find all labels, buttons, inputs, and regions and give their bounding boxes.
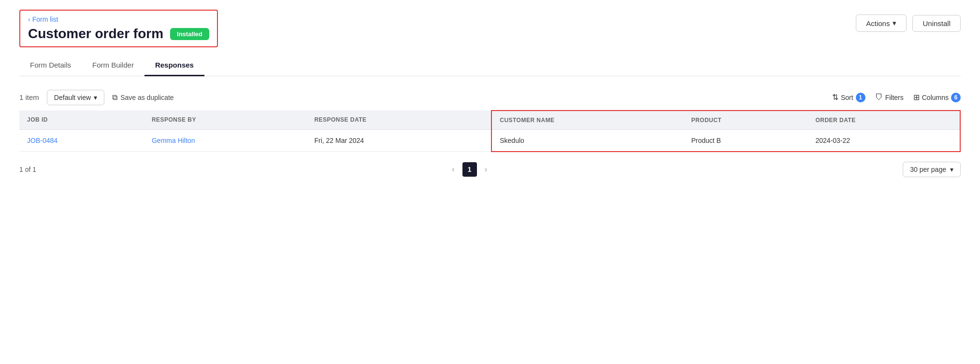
save-duplicate-label: Save as duplicate bbox=[120, 94, 174, 101]
back-link[interactable]: ‹ Form list bbox=[28, 15, 209, 23]
columns-icon: ⊞ bbox=[913, 93, 920, 102]
page-controls: ‹ 1 › bbox=[448, 162, 491, 177]
filters-button[interactable]: ⛉ Filters bbox=[875, 93, 904, 102]
actions-label: Actions bbox=[866, 19, 890, 28]
tab-bar: Form Details Form Builder Responses bbox=[19, 55, 961, 76]
uninstall-label: Uninstall bbox=[922, 19, 951, 28]
back-link-label: Form list bbox=[32, 15, 58, 23]
form-title-row: Customer order form Installed bbox=[28, 26, 209, 42]
cell-response-date: Fri, 22 Mar 2024 bbox=[306, 129, 491, 152]
toolbar-right: ⇅ Sort 1 ⛉ Filters ⊞ Columns 6 bbox=[832, 93, 961, 102]
actions-button[interactable]: Actions ▾ bbox=[856, 14, 907, 32]
columns-count-badge: 6 bbox=[951, 93, 961, 102]
toolbar: 1 item Default view ▾ ⧉ Save as duplicat… bbox=[19, 90, 961, 105]
responses-table: JOB ID RESPONSE BY RESPONSE DATE CUSTOME… bbox=[19, 110, 961, 152]
sort-count-badge: 1 bbox=[856, 93, 865, 102]
copy-icon: ⧉ bbox=[112, 93, 117, 102]
per-page-label: 30 per page bbox=[910, 166, 946, 173]
col-header-customer-name: CUSTOMER NAME bbox=[491, 111, 683, 130]
view-label: Default view bbox=[54, 94, 91, 101]
columns-button[interactable]: ⊞ Columns 6 bbox=[913, 93, 961, 102]
next-page-button[interactable]: › bbox=[481, 163, 491, 176]
chevron-left-icon: ‹ bbox=[28, 15, 30, 23]
cell-order-date: 2024-03-22 bbox=[807, 129, 960, 152]
table-header-row: JOB ID RESPONSE BY RESPONSE DATE CUSTOME… bbox=[19, 111, 960, 130]
filters-label: Filters bbox=[885, 94, 904, 101]
installed-badge: Installed bbox=[170, 28, 209, 40]
form-title: Customer order form bbox=[28, 26, 163, 42]
tab-responses[interactable]: Responses bbox=[144, 55, 204, 76]
pagination-row: 1 of 1 ‹ 1 › 30 per page ▾ bbox=[19, 160, 961, 179]
per-page-dropdown[interactable]: 30 per page ▾ bbox=[903, 162, 961, 177]
columns-label: Columns bbox=[922, 94, 949, 101]
save-duplicate-button[interactable]: ⧉ Save as duplicate bbox=[112, 93, 174, 102]
current-page[interactable]: 1 bbox=[462, 162, 477, 177]
toolbar-left: 1 item Default view ▾ ⧉ Save as duplicat… bbox=[19, 90, 174, 105]
cell-response-by[interactable]: Gemma Hilton bbox=[144, 129, 306, 152]
col-header-order-date: ORDER DATE bbox=[807, 111, 960, 130]
cell-job-id[interactable]: JOB-0484 bbox=[19, 129, 144, 152]
col-header-response-by: RESPONSE BY bbox=[144, 111, 306, 130]
per-page-chevron-icon: ▾ bbox=[950, 166, 953, 173]
view-dropdown[interactable]: Default view ▾ bbox=[47, 90, 104, 105]
prev-page-button[interactable]: ‹ bbox=[448, 163, 458, 176]
table-row: JOB-0484 Gemma Hilton Fri, 22 Mar 2024 S… bbox=[19, 129, 960, 152]
dropdown-chevron-icon: ▾ bbox=[94, 94, 97, 101]
pagination-summary: 1 of 1 bbox=[19, 166, 36, 173]
sort-button[interactable]: ⇅ Sort 1 bbox=[832, 93, 865, 102]
cell-customer-name: Skedulo bbox=[491, 129, 683, 152]
tab-form-builder[interactable]: Form Builder bbox=[82, 55, 144, 76]
item-count: 1 item bbox=[19, 93, 39, 101]
col-header-job-id: JOB ID bbox=[19, 111, 144, 130]
col-header-response-date: RESPONSE DATE bbox=[306, 111, 491, 130]
page-header: ‹ Form list Customer order form Installe… bbox=[19, 10, 961, 47]
form-header-box: ‹ Form list Customer order form Installe… bbox=[19, 10, 218, 47]
col-header-product: PRODUCT bbox=[683, 111, 807, 130]
tab-form-details[interactable]: Form Details bbox=[19, 55, 82, 76]
header-actions: Actions ▾ Uninstall bbox=[856, 14, 961, 32]
chevron-down-icon: ▾ bbox=[893, 19, 896, 28]
filter-icon: ⛉ bbox=[875, 93, 883, 102]
sort-label: Sort bbox=[841, 94, 853, 101]
cell-product: Product B bbox=[683, 129, 807, 152]
sort-icon: ⇅ bbox=[832, 93, 838, 102]
uninstall-button[interactable]: Uninstall bbox=[912, 15, 961, 32]
